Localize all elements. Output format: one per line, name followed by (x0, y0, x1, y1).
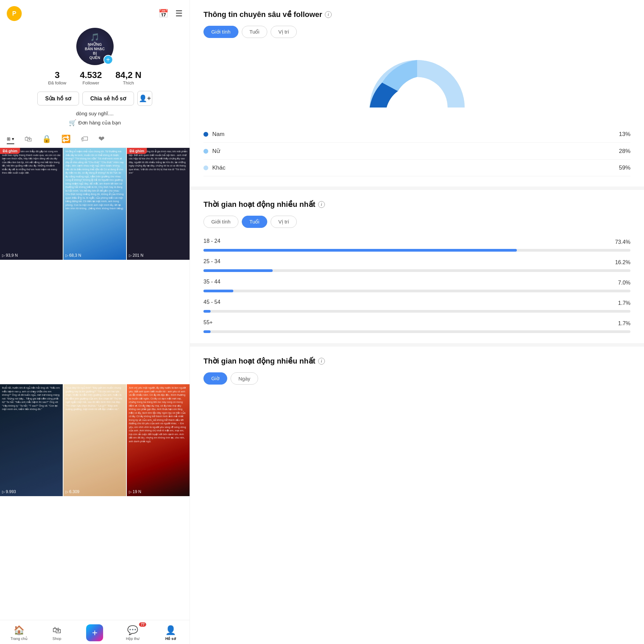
legend-item: Khác 59% (203, 160, 630, 176)
bar-row: 55+ 1.7% (203, 319, 630, 333)
legend-pct: 13% (619, 131, 630, 138)
play-icon: ▷ (129, 490, 132, 494)
inbox-icon: 💬 (127, 625, 138, 636)
bar-pct: 16.2% (615, 259, 630, 266)
bar-track (203, 330, 630, 333)
legend-label: Nam (212, 131, 225, 138)
video-cell[interactable]: "Qua đây! Đi ngủ thôi!" "Bây giờ em muốn… (63, 384, 126, 496)
bar-row: 45 - 54 1.7% (203, 299, 630, 313)
play-icon: ▷ (129, 253, 132, 258)
order-row[interactable]: 🛒 Đơn hàng của bạn (69, 119, 121, 126)
video-cell[interactable]: Đã ghim...bữa ban cùng bên em thắp đã gặ… (0, 148, 63, 260)
video-cell[interactable]: Đã ghimTôi bước đi, chứng tôi ở gia trìn… (127, 148, 190, 260)
gender-legend: Nam 13% Nữ 28% Khác 59% (203, 126, 630, 176)
bottom-tab-day[interactable]: Ngày (231, 372, 258, 385)
legend-item: Nam 13% (203, 126, 630, 143)
tab-grid[interactable]: ⊞ ▾ (7, 136, 14, 144)
video-text: Tôi bước đi, chứng tôi ở gia trình nào; … (127, 148, 190, 260)
tab-shop[interactable]: 🛍 (24, 135, 32, 145)
stat-followers[interactable]: 4.532 Follower (80, 70, 102, 85)
order-label: Đơn hàng của bạn (78, 120, 121, 126)
bottom-info-icon[interactable]: i (318, 358, 325, 365)
activity-info-icon[interactable]: i (318, 201, 325, 208)
bottom-filter-tabs: Giờ Ngày (203, 372, 630, 385)
cart-icon: 🛒 (69, 119, 76, 126)
activity-tab-age[interactable]: Tuổi (242, 216, 267, 228)
bar-row: 35 - 44 7.0% (203, 279, 630, 292)
tab-tagged[interactable]: 🏷 (81, 135, 88, 145)
nav-inbox[interactable]: 💬 77 Hộp thư (122, 625, 143, 641)
follow-plus-button[interactable]: + (103, 55, 113, 64)
nav-shop-label: Shop (53, 637, 61, 641)
actions-row: Sửa hồ sơ Chia sẻ hồ sơ 👤+ (37, 91, 152, 106)
follower-info-icon[interactable]: i (325, 11, 332, 18)
view-count: ▷ 93,9 N (2, 253, 18, 258)
legend-pct: 59% (619, 164, 630, 171)
legend-left: Nam (203, 131, 225, 138)
tab-lock[interactable]: 🔒 (42, 135, 51, 145)
tab-location[interactable]: Vị trí (271, 26, 297, 38)
app-icon: P (7, 6, 22, 21)
tab-gender[interactable]: Giới tính (203, 26, 238, 38)
menu-icon[interactable]: ☰ (175, 9, 183, 18)
video-cell[interactable]: Buổi tối, trước khi đi ngủ liền hỏi ông … (0, 384, 63, 496)
bar-pct: 1.7% (618, 300, 630, 306)
legend-pct: 28% (619, 148, 630, 155)
video-grid: Đã ghim...bữa ban cùng bên em thắp đã gặ… (0, 148, 190, 620)
create-button[interactable]: + (86, 624, 103, 641)
pinned-badge: Đã ghim (0, 148, 20, 154)
stat-following[interactable]: 3 Đã follow (48, 70, 66, 85)
activity-tab-gender[interactable]: Giới tính (203, 216, 238, 228)
bar-pct: 1.7% (618, 320, 630, 327)
bar-label: 25 - 34 (203, 258, 220, 265)
legend-dot (203, 165, 208, 170)
legend-dot (203, 149, 208, 154)
nav-create[interactable]: + (84, 624, 105, 641)
video-cell[interactable]: Những kỉ niệm nhỏ của chúng tôi. Từ Đườn… (63, 148, 126, 260)
video-text: "Qua đây! Đi ngủ thôi!" "Bây giờ em muốn… (63, 384, 126, 496)
bar-label: 55+ (203, 319, 213, 326)
pinned-badge: Đã ghim (127, 148, 147, 154)
edit-profile-button[interactable]: Sửa hồ sơ (37, 92, 79, 105)
nav-profile-label: Hồ sơ (165, 637, 176, 641)
add-person-icon: 👤+ (139, 94, 151, 102)
view-count: ▷ 68,3 N (65, 253, 81, 258)
activity-filter-tabs: Giới tính Tuổi Vị trí (203, 216, 630, 228)
bar-track (203, 290, 630, 292)
video-cell[interactable]: Anh chị yêu một người, ấy đây nước là là… (127, 384, 190, 496)
activity-tab-location[interactable]: Vị trí (271, 216, 297, 228)
bar-label: 45 - 54 (203, 299, 220, 305)
tab-age[interactable]: Tuổi (242, 26, 267, 38)
tab-repost[interactable]: 🔁 (61, 135, 71, 145)
video-text: Anh chị yêu một người, ấy đây nước là là… (127, 384, 190, 496)
calendar-icon[interactable]: 📅 (158, 9, 169, 18)
play-icon: ▷ (2, 490, 5, 494)
bottom-tab-hour[interactable]: Giờ (203, 372, 227, 385)
legend-label: Nữ (212, 148, 220, 155)
share-profile-button[interactable]: Chia sẻ hồ sơ (82, 92, 134, 105)
left-panel: P 📅 ☰ 🎵 NHỮNGBẢN NHẠCBỊQUÊN + 3 Đã follo… (0, 0, 190, 644)
nav-profile[interactable]: 👤 Hồ sơ (160, 625, 181, 641)
nav-home[interactable]: 🏠 Trang chủ (9, 625, 29, 641)
tab-liked[interactable]: ❤ (98, 135, 104, 145)
bar-fill (203, 330, 211, 333)
play-icon: ▷ (2, 253, 5, 258)
nav-shop[interactable]: 🛍 Shop (47, 625, 67, 641)
home-icon: 🏠 (14, 625, 24, 636)
stat-likes[interactable]: 84,2 N Thích (115, 70, 141, 85)
play-icon: ▷ (65, 253, 68, 258)
view-count: ▷ 6.309 (65, 489, 79, 494)
add-friend-button[interactable]: 👤+ (137, 91, 152, 106)
bar-fill (203, 249, 517, 252)
bar-label: 18 - 24 (203, 238, 220, 244)
bar-track (203, 310, 630, 313)
bar-pct: 7.0% (618, 280, 630, 286)
bar-fill (203, 269, 273, 272)
inbox-badge: 77 (139, 622, 146, 627)
legend-dot (203, 132, 208, 137)
nav-inbox-label: Hộp thư (126, 637, 139, 641)
bar-row: 25 - 34 16.2% (203, 258, 630, 272)
content-tabs: ⊞ ▾ 🛍 🔒 🔁 🏷 ❤ (0, 133, 190, 148)
legend-item: Nữ 28% (203, 143, 630, 160)
shop-icon: 🛍 (53, 625, 61, 636)
